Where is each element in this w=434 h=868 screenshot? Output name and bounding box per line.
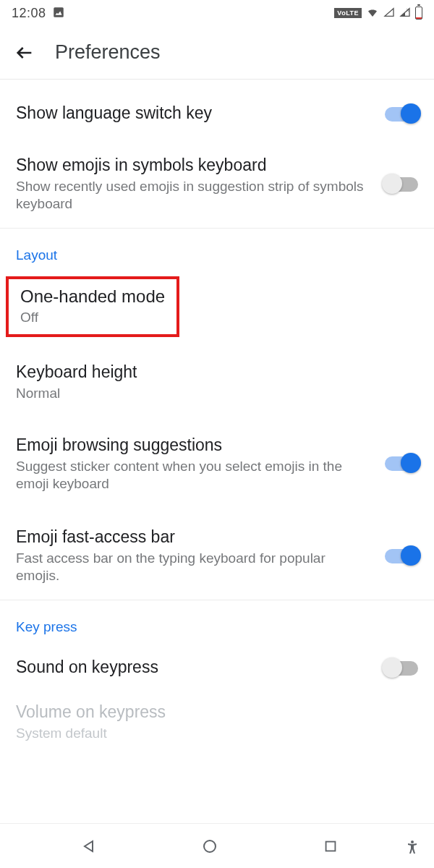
volte-badge: VoLTE [334,8,362,18]
nav-home-button[interactable] [200,836,220,856]
item-title: Volume on keypress [16,702,418,723]
nav-back-button[interactable] [79,836,99,856]
app-bar: Preferences [0,26,434,80]
back-button[interactable] [14,43,35,63]
battery-icon [415,7,422,20]
svg-point-2 [204,841,216,852]
item-subtitle: Fast access bar on the typing keyboard f… [16,550,370,585]
item-subtitle: Suggest sticker content when you select … [16,458,370,493]
item-one-handed-mode[interactable]: One-handed mode Off [20,285,165,327]
item-emoji-fast-access-bar[interactable]: Emoji fast-access bar Fast access bar on… [0,508,434,600]
item-emoji-browsing-suggestions[interactable]: Emoji browsing suggestions Suggest stick… [0,413,434,508]
item-title: Keyboard height [16,362,418,383]
svg-point-4 [411,841,414,843]
toggle-show-emojis-symbols[interactable] [385,177,418,192]
gallery-icon [52,6,65,21]
wifi-icon [366,6,379,21]
item-subtitle: Off [20,309,165,327]
status-time: 12:08 [12,6,46,21]
item-title: Emoji fast-access bar [16,527,370,548]
section-header-keypress: Key press [0,600,434,645]
signal-partial-icon: x [399,7,411,20]
item-subtitle: System default [16,725,418,743]
toggle-show-language-switch-key[interactable] [385,107,418,122]
item-subtitle: Show recently used emojis in suggestion … [16,178,370,213]
item-volume-on-keypress: Volume on keypress System default [0,690,434,753]
item-title: Show language switch key [16,103,370,124]
preferences-list: Show language switch key Show emojis in … [0,80,434,753]
item-title: One-handed mode [20,285,165,307]
section-header-layout: Layout [0,229,434,273]
navigation-bar [0,823,434,868]
item-title: Sound on keypress [16,657,370,678]
item-subtitle: Normal [16,385,418,403]
svg-rect-0 [54,7,64,17]
toggle-sound-on-keypress[interactable] [385,661,418,676]
item-title: Emoji browsing suggestions [16,435,370,456]
item-show-language-switch-key[interactable]: Show language switch key [0,80,434,140]
status-bar: 12:08 VoLTE x [0,0,434,26]
item-show-emojis-symbols[interactable]: Show emojis in symbols keyboard Show rec… [0,140,434,228]
toggle-emoji-browsing-suggestions[interactable] [385,456,418,471]
accessibility-icon[interactable] [404,839,421,856]
toggle-emoji-fast-access-bar[interactable] [385,549,418,563]
item-sound-on-keypress[interactable]: Sound on keypress [0,645,434,690]
highlight-one-handed: One-handed mode Off [6,276,179,337]
signal-empty-icon [383,7,395,20]
nav-recent-button[interactable] [320,836,341,856]
item-title: Show emojis in symbols keyboard [16,155,370,176]
item-keyboard-height[interactable]: Keyboard height Normal [0,350,434,413]
svg-rect-3 [326,841,335,851]
page-title: Preferences [55,41,161,64]
